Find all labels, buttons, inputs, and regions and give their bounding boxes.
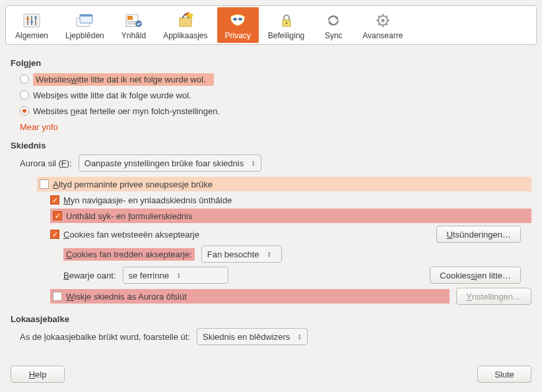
svg-point-25 (381, 19, 384, 22)
history-heading: Skiednis (11, 141, 531, 150)
mask-icon (227, 11, 248, 30)
checkbox-icon[interactable] (50, 230, 59, 239)
tab-sync[interactable]: Sync (314, 7, 353, 43)
remember-history-checkbox[interactable]: Myn navigaasje- en ynlaadskiednis ûnthâl… (50, 193, 531, 207)
checkbox-icon (40, 180, 49, 189)
tab-label: Applikaasjes (163, 31, 207, 40)
option-label: Websites witte litte dat ik net folge wu… (33, 73, 214, 86)
gear-icon (372, 11, 393, 30)
close-button[interactable]: Slute (477, 366, 531, 383)
svg-rect-6 (34, 16, 37, 18)
option-label: Wiskje skiednis as Aurora ôfslút (66, 292, 187, 302)
tab-security[interactable]: Befeiliging (260, 7, 312, 43)
sync-icon (323, 11, 344, 30)
radio-icon (20, 106, 29, 115)
svg-line-32 (378, 24, 380, 25)
tab-label: Algemien (15, 31, 48, 40)
remember-forms-checkbox[interactable]: Unthâld syk- en formulierskiednis (50, 209, 531, 223)
svg-rect-4 (26, 18, 29, 20)
clear-on-close-checkbox[interactable]: Wiskje skiednis as Aurora ôfslút (50, 289, 450, 304)
select-value: Fan besochte (207, 249, 259, 259)
locationbar-select[interactable]: Skiednis en blêdwizers ▴▾ (197, 328, 308, 345)
svg-point-19 (238, 18, 242, 20)
option-label: Websites witte litte dat ik folge wurde … (33, 90, 191, 100)
lock-icon (276, 11, 297, 30)
show-cookies-button[interactable]: Cookies sjen litte… (430, 267, 521, 284)
select-value: Skiednis en blêdwizers (203, 332, 290, 342)
history-mode-select[interactable]: Oanpaste ynstellingen brûke foar skiedni… (79, 154, 261, 172)
tab-label: Ljepblêden (65, 31, 104, 40)
tab-general[interactable]: Algemien (7, 7, 56, 43)
help-button[interactable]: Help (11, 366, 65, 383)
option-label: Altyd permaninte privee sneupsesje brûke (53, 180, 213, 189)
tab-label: Avansearre (362, 31, 403, 40)
history-mode-label: Aurora sil (F): (20, 158, 72, 168)
svg-rect-15 (180, 18, 191, 26)
content-icon (123, 11, 144, 30)
exceptions-button[interactable]: Utsûnderingen… (436, 226, 521, 243)
tab-label: Sync (325, 31, 343, 40)
tracking-more-info-link[interactable]: Mear ynfo (20, 122, 58, 132)
checkbox-icon (50, 195, 59, 205)
spinner-icon: ▴▾ (265, 251, 274, 257)
spinner-icon: ▴▾ (295, 333, 304, 340)
svg-point-18 (233, 18, 237, 20)
option-label: Cookies fan websteeën akseptearje (63, 230, 199, 240)
radio-icon (20, 90, 29, 100)
tracking-opt-do-not-track[interactable]: Websites witte litte dat ik net folge wu… (20, 72, 531, 86)
tab-content[interactable]: Ynhâld (114, 7, 154, 43)
option-label: Myn navigaasje- en ynlaadskiednis ûnthâl… (63, 195, 232, 205)
tracking-opt-no-pref[interactable]: Websites neat fertelle oer myn folch-yns… (20, 104, 531, 118)
svg-point-21 (285, 22, 287, 24)
clear-on-close-row: Wiskje skiednis as Aurora ôfslút Ynstell… (50, 288, 531, 305)
tabs-icon (74, 11, 95, 30)
checkbox-icon (53, 292, 62, 301)
dialog-buttons: Help Slute (11, 366, 531, 383)
option-label: Unthâld syk- en formulierskiednis (66, 211, 192, 221)
svg-rect-11 (127, 16, 133, 20)
tab-label: Privacy (225, 31, 251, 40)
always-private-checkbox[interactable]: Altyd permaninte privee sneupsesje brûke (37, 177, 531, 191)
keep-until-select[interactable]: se ferrinne ▴▾ (123, 267, 228, 284)
tab-label: Befeiliging (268, 31, 304, 40)
third-party-select[interactable]: Fan besochte ▴▾ (201, 245, 282, 263)
sliders-icon (21, 11, 42, 30)
tab-label: Ynhâld (121, 31, 146, 40)
spinner-icon: ▴▾ (249, 160, 258, 166)
tracking-opt-do-track[interactable]: Websites witte litte dat ik folge wurde … (20, 88, 531, 102)
tab-tabs[interactable]: Ljepblêden (57, 7, 112, 43)
svg-line-30 (378, 16, 380, 17)
tab-advanced[interactable]: Avansearre (355, 7, 411, 43)
svg-line-31 (386, 24, 388, 25)
select-value: Oanpaste ynstellingen brûke foar skiedni… (85, 158, 244, 168)
preferences-toolbar: Algemien Ljepblêden Ynhâld Applikaasjes … (5, 5, 537, 45)
tab-privacy[interactable]: Privacy (217, 7, 259, 43)
select-value: se ferrinne (129, 271, 169, 280)
tab-applications[interactable]: Applikaasjes (155, 7, 215, 43)
spinner-icon: ▴▾ (174, 272, 184, 278)
clear-settings-button: Ynstellingen… (456, 288, 531, 305)
locationbar-heading: Lokaasjebalke (11, 314, 531, 324)
svg-rect-9 (80, 15, 92, 16)
svg-rect-5 (30, 21, 33, 23)
tracking-heading: Folgjen (11, 58, 531, 68)
keep-until-label: Bewarje oant: (63, 271, 116, 280)
third-party-label: Cookies fan tredden akseptearje: (63, 248, 195, 261)
option-label: Websites neat fertelle oer myn folch-yns… (33, 106, 220, 116)
checkbox-icon (53, 211, 62, 220)
locationbar-label: As de lokaasjebalke brûkt wurd, foarstel… (20, 332, 190, 342)
svg-line-33 (386, 16, 388, 17)
accept-cookies-row: Cookies fan websteeën akseptearje Utsûnd… (50, 227, 531, 242)
radio-icon (20, 75, 29, 84)
applications-icon (175, 11, 196, 30)
